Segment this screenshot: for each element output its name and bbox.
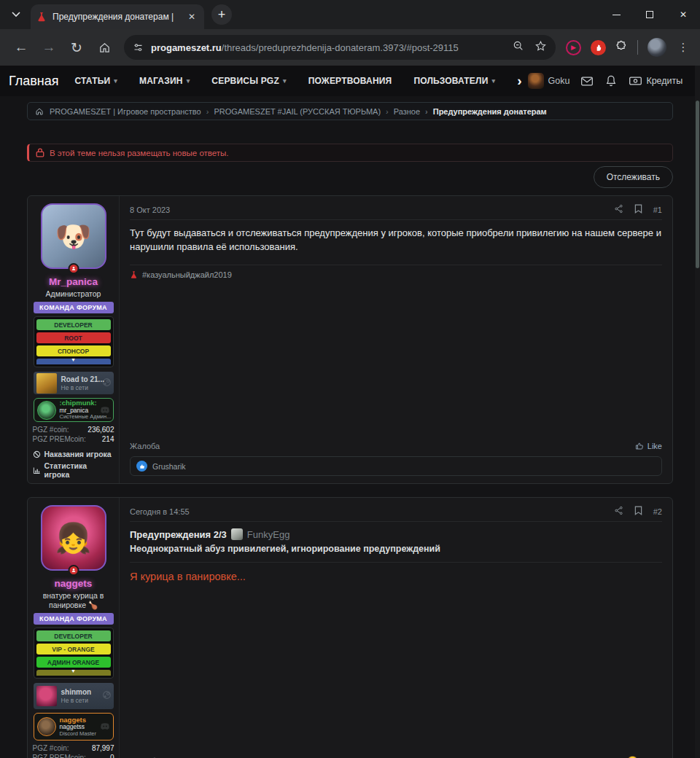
badge-admin-orange: АДМИН ORANGE: [36, 657, 111, 668]
prohibited-icon: [33, 450, 41, 458]
nav-item-services[interactable]: СЕРВИСЫ PGZ: [211, 76, 286, 86]
username[interactable]: naggets: [55, 578, 93, 589]
post-2-user-panel: 👧 naggets внатуре курица в панировке 🍗 К…: [28, 498, 120, 758]
site-settings-icon[interactable]: [133, 42, 144, 53]
report-link[interactable]: Жалоба: [130, 442, 160, 450]
steam-card[interactable]: shinmon Не в сети: [34, 683, 114, 709]
toolbar-divider: [637, 40, 638, 55]
url-text[interactable]: progameszet.ru/threads/preduprezhdenija-…: [151, 42, 513, 53]
avatar[interactable]: 👧: [41, 505, 106, 571]
bookmark-icon[interactable]: [634, 204, 642, 215]
liked-by[interactable]: Grusharik: [152, 462, 186, 471]
nav-home-link[interactable]: Главная: [9, 74, 59, 89]
punishments-link[interactable]: Наказания игрока: [33, 450, 114, 458]
premcoin-label: PGZ PREMcoin:: [33, 754, 86, 758]
steam-logo-icon: [102, 377, 112, 390]
minimize-button[interactable]: [599, 0, 633, 29]
banknote-icon: [629, 77, 642, 85]
mentioned-user-avatar[interactable]: [231, 528, 243, 540]
steam-logo-icon: [102, 689, 112, 703]
adblock-extension-icon[interactable]: [591, 40, 606, 55]
nav-username: Goku: [548, 76, 570, 86]
breadcrumb: PROGAMESZET | Игровое пространство PROGA…: [27, 102, 673, 120]
bookmark-star-icon[interactable]: [534, 40, 547, 55]
nav-item-articles[interactable]: СТАТЬИ: [75, 76, 118, 86]
post-body: Тут будут выдаваться и отслеживаться пре…: [130, 227, 662, 254]
watch-button[interactable]: Отслеживать: [594, 166, 673, 188]
browser-toolbar: ← → ↻ progameszet.ru/threads/preduprezhd…: [0, 29, 700, 66]
tab-close-icon[interactable]: ✕: [185, 10, 198, 23]
credits-link[interactable]: Кредиты: [629, 76, 682, 86]
bar-chart-icon: [33, 466, 41, 474]
reload-button[interactable]: ↻: [65, 36, 88, 59]
reactions-bar[interactable]: Grusharik: [130, 456, 662, 476]
breadcrumb-item[interactable]: Разное: [381, 107, 420, 116]
premcoin-value: 0: [110, 754, 114, 758]
badge-sponsor: СПОНСОР: [36, 345, 111, 356]
nav-scroll-right-icon[interactable]: ›: [517, 73, 521, 89]
page-scrollbar[interactable]: [695, 66, 700, 758]
notice-text: В этой теме нельзя размещать новые ответ…: [50, 149, 229, 157]
address-bar[interactable]: progameszet.ru/threads/preduprezhdenija-…: [124, 35, 556, 60]
browser-profile-avatar[interactable]: [648, 38, 666, 57]
extensions-area: ▶ ⋮: [566, 38, 691, 57]
badges-expand-toggle[interactable]: ▼: [36, 359, 111, 364]
post-date[interactable]: Сегодня в 14:55: [130, 507, 190, 516]
discord-card[interactable]: naggets naggetss Discord Master: [34, 713, 114, 741]
post-number[interactable]: #2: [653, 507, 662, 516]
flask-favicon-icon: [36, 12, 47, 22]
new-tab-button[interactable]: +: [211, 4, 232, 25]
like-reaction-icon: [136, 461, 147, 472]
steam-avatar: [36, 686, 57, 706]
close-window-button[interactable]: ✕: [666, 0, 700, 29]
nav-item-users[interactable]: ПОЛЬЗОВАТЕЛИ: [413, 76, 495, 86]
post-1-user-panel: 🐶 Mr_panica Администратор КОМАНДА ФОРУМА…: [28, 196, 120, 483]
zoom-icon[interactable]: [513, 40, 524, 55]
badge-vip-orange: VIP - ORANGE: [36, 644, 111, 655]
tab-title: Предупреждения донатерам |: [52, 12, 174, 22]
discord-card[interactable]: :chipmunk: mr_panica Системные Админ...: [34, 398, 114, 422]
badges-expand-toggle[interactable]: ▼: [36, 670, 111, 676]
nav-account[interactable]: Goku: [528, 73, 570, 89]
alerts-bell-icon[interactable]: [606, 75, 616, 87]
thread-locked-notice: В этой теме нельзя размещать новые ответ…: [27, 144, 673, 162]
thread-tag[interactable]: #казуальныйджайл2019: [142, 270, 232, 279]
home-button[interactable]: [93, 36, 116, 59]
steam-card[interactable]: Road to 21... Не в сети: [34, 372, 114, 394]
forum-page: Главная СТАТЬИ МАГАЗИН СЕРВИСЫ PGZ ПОЖЕР…: [0, 66, 700, 758]
avatar[interactable]: 🐶: [41, 203, 106, 269]
video-extension-icon[interactable]: ▶: [566, 40, 581, 55]
scrollbar-thumb[interactable]: [696, 101, 699, 268]
puzzle-extensions-icon[interactable]: [615, 40, 628, 55]
forward-button[interactable]: →: [37, 36, 61, 59]
tab-search-button[interactable]: [6, 4, 26, 25]
breadcrumb-home-icon[interactable]: [35, 107, 44, 116]
username[interactable]: Mr_panica: [49, 276, 98, 287]
statistics-link[interactable]: Статистика игрока: [33, 461, 114, 479]
bookmark-icon[interactable]: [634, 506, 642, 517]
maximize-button[interactable]: [633, 0, 666, 29]
post-number[interactable]: #1: [653, 206, 662, 214]
like-button[interactable]: Like: [635, 442, 662, 450]
nav-item-shop[interactable]: МАГАЗИН: [139, 76, 190, 86]
back-button[interactable]: ←: [9, 36, 33, 59]
post-1: 🐶 Mr_panica Администратор КОМАНДА ФОРУМА…: [27, 195, 673, 484]
chevron-down-icon: [12, 12, 20, 17]
browser-menu-icon[interactable]: ⋮: [676, 41, 691, 54]
share-icon[interactable]: [614, 204, 623, 215]
nav-item-donations[interactable]: ПОЖЕРТВОВАНИЯ: [308, 76, 392, 86]
mentioned-user[interactable]: FunkyEgg: [247, 529, 290, 540]
user-avatar: [528, 73, 544, 89]
premcoin-row: PGZ PREMcoin: 0: [33, 754, 114, 758]
team-badge: КОМАНДА ФОРУМА: [34, 613, 114, 625]
share-icon[interactable]: [614, 506, 623, 517]
inbox-icon[interactable]: [581, 77, 593, 86]
post-date[interactable]: 8 Окт 2023: [130, 206, 170, 214]
browser-tab[interactable]: Предупреждения донатерам | ✕: [31, 4, 204, 29]
lock-icon: [36, 148, 44, 157]
steam-status: Не в сети: [61, 384, 104, 391]
discord-logo-icon: [100, 404, 110, 417]
breadcrumb-item[interactable]: PROGAMESZET #JAIL (РУССКАЯ ТЮРЬМА): [201, 107, 381, 116]
breadcrumb-item[interactable]: PROGAMESZET | Игровое пространство: [50, 107, 201, 116]
team-badge: КОМАНДА ФОРУМА: [34, 302, 114, 313]
